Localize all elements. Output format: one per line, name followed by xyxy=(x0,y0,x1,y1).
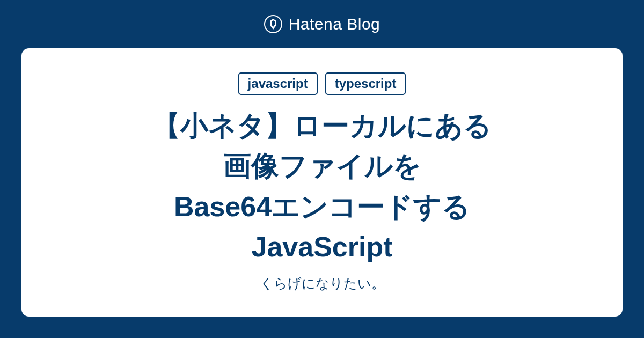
hatena-logo-icon xyxy=(264,15,282,33)
tag-list: javascript typescript xyxy=(238,72,406,95)
tag-typescript[interactable]: typescript xyxy=(325,72,406,95)
brand-name: Hatena Blog xyxy=(289,15,380,33)
article-card: javascript typescript 【小ネタ】ローカルにある画像ファイル… xyxy=(21,48,623,317)
tag-javascript[interactable]: javascript xyxy=(238,72,318,95)
blog-name: くらげになりたい。 xyxy=(260,275,385,292)
article-title: 【小ネタ】ローカルにある画像ファイルをBase64エンコードするJavaScri… xyxy=(152,106,492,268)
header: Hatena Blog xyxy=(0,0,644,48)
